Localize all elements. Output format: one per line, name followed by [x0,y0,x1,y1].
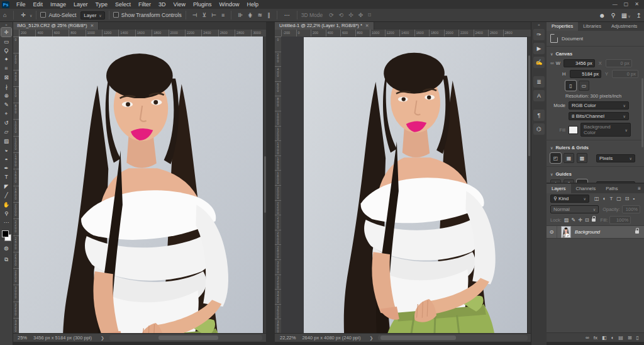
document-tab-untitled1[interactable]: Untitled-1 @ 22,2% (Layer 1, RGB/8*) * ✕ [275,21,374,30]
canvas-section-header[interactable]: ∨Canvas [547,48,644,58]
tab-libraries[interactable]: Libraries [578,21,606,31]
lock-paint-icon[interactable]: ✎ [572,217,576,223]
distribute-center-icon[interactable]: ⋕ [245,12,255,18]
link-dimensions-icon[interactable]: ∞ [550,60,554,66]
height-field[interactable]: 5184 px [570,70,601,78]
zoom-tool[interactable]: ⚲ [1,209,11,218]
home-icon[interactable]: ⌂ [0,12,9,18]
distribute-top-icon[interactable]: ⊪ [235,12,245,18]
foreground-color-swatch[interactable] [2,230,9,237]
tab-close-icon[interactable]: ✕ [90,23,94,28]
hand-tool[interactable]: ✋ [1,200,11,208]
tab-paths[interactable]: Paths [601,184,623,193]
dock-collapse-icon[interactable]: « [531,23,547,26]
units-dropdown[interactable]: Pixels∨ [596,154,635,162]
orientation-portrait-button[interactable]: ▯ [565,81,576,91]
edit-toolbar[interactable]: ⋯ [1,218,11,227]
width-field[interactable]: 3456 px [564,59,595,67]
character-panel-icon[interactable]: A [533,90,545,101]
pen-tool[interactable]: ✒ [1,164,11,172]
account-icon[interactable]: ☻ [599,12,606,19]
lock-artboard-icon[interactable]: ⊡ [585,217,589,223]
restore-icon[interactable]: ▢ [624,1,629,7]
menu-item[interactable]: Select [111,1,135,8]
scrollbar-thumb[interactable] [380,336,456,340]
zoom-level[interactable]: 25% [18,335,27,341]
tab-layers[interactable]: Layers [547,184,571,193]
align-edges-icon[interactable]: ≡ [219,12,227,18]
pixel-grid-icon[interactable]: ▩ [577,153,587,163]
brushes-panel-icon[interactable]: ✑ [533,29,545,40]
blur-tool[interactable]: ◒ [1,145,11,154]
menu-item[interactable]: Image [47,1,70,8]
filter-pin-icon[interactable]: • [631,196,637,201]
layer-style-icon[interactable]: fx [594,335,597,341]
history-brush-tool[interactable]: ↺ [1,118,11,127]
workspace-icon[interactable]: ▦∨ [621,12,631,19]
actions-panel-icon[interactable]: ▶ [533,43,545,54]
brush-settings-panel-icon[interactable]: ✍ [533,57,545,68]
adjustments-strip-icon[interactable]: ≣ [533,76,545,88]
layer-thumbnail[interactable] [561,226,571,238]
layer-name[interactable]: Background [575,229,600,235]
zoom-level[interactable]: 22,22% [280,335,296,341]
type-tool[interactable]: T [1,172,11,181]
color-swatches[interactable] [2,230,11,241]
filter-shape-icon[interactable]: ▢ [614,196,623,201]
canvas-right[interactable] [281,37,527,334]
tab-close-icon[interactable]: ✕ [365,23,369,28]
menu-item[interactable]: File [13,1,30,8]
rulers-grids-section-header[interactable]: ∨Rulers & Grids [547,142,644,152]
panel-menu-icon[interactable]: ≡ [635,184,644,193]
menu-item[interactable]: 3D [155,1,170,8]
crop-tool[interactable]: ⌗ [1,64,11,73]
scrollbar-thumb[interactable] [158,336,218,340]
brush-tool[interactable]: ✎ [1,100,11,109]
fill-color-swatch[interactable] [569,126,578,134]
menu-item[interactable]: Window [216,1,243,8]
filter-smartobject-icon[interactable]: ⊡ [623,196,631,201]
menu-item[interactable]: View [170,1,189,8]
menu-item[interactable]: Filter [135,1,155,8]
marquee-tool[interactable]: ▭ [1,37,11,45]
align-center-icon[interactable]: ⊻ [200,12,209,18]
3d-panel-icon[interactable]: ⌬ [533,123,545,135]
guides-section-header[interactable]: ∨Guides [547,169,644,178]
menu-item[interactable]: Plugins [189,1,216,8]
tab-channels[interactable]: Channels [571,184,601,193]
orientation-landscape-button[interactable]: ▭ [579,81,589,91]
menu-item[interactable]: Help [243,1,263,8]
menu-item[interactable]: Layer [70,1,92,8]
close-icon[interactable]: ✕ [635,1,639,7]
eyedropper-tool[interactable]: ∤ [1,82,11,91]
canvas-left[interactable] [19,37,263,334]
move-tool[interactable]: ✛ [1,28,11,37]
gradient-tool[interactable]: ▧ [1,137,11,145]
distribute-bottom-icon[interactable]: ≋ [255,12,265,18]
path-selection-tool[interactable]: ◤ [1,182,11,191]
status-arrow-icon[interactable]: ❯ [101,336,104,341]
screen-mode-icon[interactable]: ⧉ [1,255,11,264]
horizontal-scrollbar[interactable] [109,335,262,341]
layer-row-background[interactable]: ⊙ Background [547,225,644,239]
bit-depth-dropdown[interactable]: 8 Bits/Channel∨ [569,112,629,120]
status-arrow-icon[interactable]: ❯ [369,336,373,341]
more-options-icon[interactable]: ⋯ [281,12,293,18]
layer-filter-dropdown[interactable]: ⚲ Kind ∨ [550,195,589,203]
shape-tool[interactable]: ╱ [1,191,11,200]
filter-type-icon[interactable]: T [608,196,614,201]
quick-mask-icon[interactable]: ◍ [1,244,11,252]
quick-selection-tool[interactable]: ✦ [1,55,11,64]
dodge-tool[interactable]: ◓ [1,154,11,163]
menu-item[interactable]: Type [92,1,112,8]
filter-pixel-icon[interactable]: ◫ [592,196,601,201]
distribute-spacing-icon[interactable]: ∥ [265,12,273,18]
auto-select-target-dropdown[interactable]: Layer∨ [80,11,104,20]
auto-select-checkbox[interactable]: Auto-Select [40,12,76,18]
paragraph-panel-icon[interactable]: ¶ [533,110,545,121]
clone-stamp-tool[interactable]: ⌖ [1,110,11,118]
move-tool-icon[interactable]: ✛ [18,12,29,18]
share-icon[interactable]: ↥ [636,12,641,19]
pane-divider[interactable] [266,21,275,345]
panel-scrollbar-thumb[interactable] [641,78,643,147]
